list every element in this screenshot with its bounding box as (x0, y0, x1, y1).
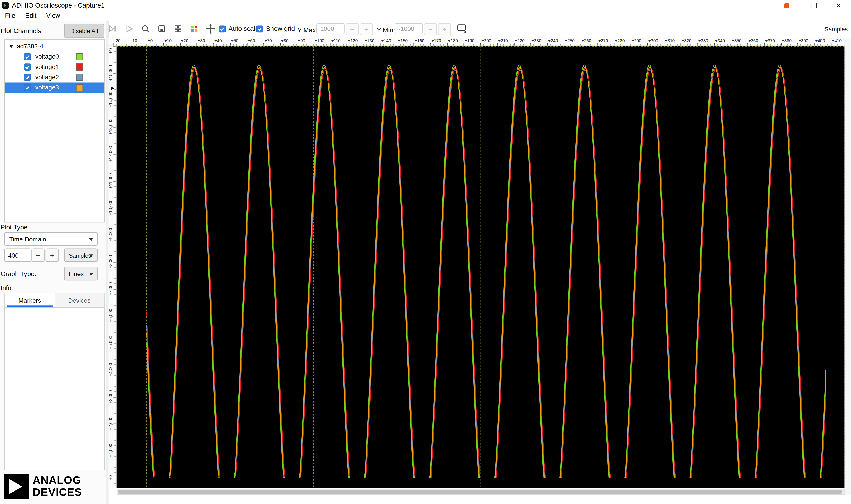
sample-count-input[interactable] (4, 248, 32, 262)
channel-row-voltage2[interactable]: voltage2 (5, 72, 104, 82)
auto-scale-checkbox-box[interactable] (219, 25, 226, 32)
play-icon[interactable] (123, 22, 136, 35)
channel-label: voltage2 (35, 74, 59, 80)
menu-file[interactable]: File (0, 12, 20, 20)
checkbox-voltage2[interactable] (24, 74, 31, 81)
y-max-increment-button[interactable]: + (360, 23, 373, 35)
checkbox-voltage0[interactable] (24, 53, 31, 60)
horizontal-scrollbar[interactable] (117, 489, 845, 494)
zoom-icon[interactable] (139, 22, 152, 35)
toolbar-iconbar (106, 22, 217, 35)
x-tick-label: +320 (682, 38, 692, 43)
horizontal-scrollbar-thumb[interactable] (118, 490, 842, 493)
x-tick-label: +260 (581, 38, 591, 43)
x-tick-label: +300 (648, 38, 658, 43)
grid-view-icon[interactable] (171, 22, 185, 35)
x-tick-label: +280 (615, 38, 625, 43)
sample-unit-value: Samples (69, 252, 91, 258)
color-swatch[interactable] (76, 84, 83, 91)
x-tick-label: +410 (832, 38, 841, 43)
auto-scale-checkbox[interactable]: Auto scale (219, 25, 259, 33)
tab-devices[interactable]: Devices (55, 293, 104, 307)
waveform-plot[interactable] (117, 46, 845, 488)
show-grid-checkbox-box[interactable] (256, 25, 263, 32)
save-icon[interactable] (155, 22, 168, 35)
expander-icon[interactable] (9, 45, 14, 48)
close-icon: × (836, 2, 841, 9)
pan-icon[interactable] (204, 22, 217, 35)
x-tick-label: +10 (164, 38, 172, 43)
x-tick (213, 43, 214, 46)
sample-unit-dropdown[interactable]: Samples (64, 248, 98, 262)
x-tick (313, 43, 314, 46)
color-swatch[interactable] (76, 74, 83, 81)
close-button[interactable]: × (826, 0, 851, 11)
y-tick (113, 127, 116, 127)
restore-button[interactable] (801, 0, 826, 11)
x-tick (364, 43, 364, 46)
show-grid-label: Show grid (266, 25, 295, 33)
device-name: ad7383-4 (17, 43, 43, 49)
x-tick (781, 43, 781, 46)
channels-icon[interactable] (188, 22, 201, 35)
x-tick-label: +350 (732, 38, 742, 43)
color-swatch[interactable] (76, 64, 83, 71)
axis-unit-label: Samples (824, 26, 848, 33)
channel-rows: voltage0voltage1voltage2voltage3 (5, 52, 104, 93)
y-max-input[interactable] (316, 23, 345, 34)
y-tick-label: +13,000 (109, 117, 113, 137)
sample-count-decrement-button[interactable]: − (31, 248, 45, 262)
y-tick (113, 262, 116, 262)
show-grid-checkbox[interactable]: Show grid (256, 25, 295, 33)
x-tick-label: +70 (264, 38, 272, 43)
y-tick-label: +7,000 (109, 279, 113, 299)
x-tick-label: +60 (248, 38, 255, 43)
channel-row-voltage1[interactable]: voltage1 (5, 62, 104, 72)
x-tick-label: +150 (398, 38, 408, 43)
plot-type-dropdown[interactable]: Time Domain (4, 232, 98, 246)
x-tick (480, 43, 481, 46)
analog-devices-wordmark: ANALOG DEVICES (33, 474, 82, 498)
x-tick-label: +30 (198, 38, 205, 43)
x-tick-label: +240 (548, 38, 558, 43)
color-swatch[interactable] (76, 53, 83, 60)
toolbar: Auto scale Show grid Y Max: − + Y Min: −… (106, 21, 851, 38)
titlebar[interactable]: ADI IIO Oscilloscope - Capture1 × (0, 0, 851, 11)
sample-count-row: − + Samples (0, 248, 106, 262)
tab-markers[interactable]: Markers (5, 293, 55, 307)
sample-count-increment-button[interactable]: + (46, 248, 59, 262)
x-tick (647, 43, 648, 46)
x-tick-label: +330 (698, 38, 708, 43)
plot-type-label: Plot Type (0, 223, 28, 231)
x-tick (347, 43, 347, 46)
x-tick (113, 43, 114, 46)
y-max-label: Y Max: (297, 26, 317, 34)
channel-row-voltage3[interactable]: voltage3 (5, 83, 104, 93)
checkbox-voltage1[interactable] (24, 64, 31, 71)
graph-type-dropdown[interactable]: Lines (64, 267, 98, 281)
channel-row-voltage0[interactable]: voltage0 (5, 52, 104, 62)
x-tick-label: +170 (431, 38, 441, 43)
x-tick-label: +120 (348, 38, 358, 43)
y-min-input[interactable] (395, 23, 423, 34)
device-tree-row[interactable]: ad7383-4 (5, 41, 104, 51)
y-tick (113, 235, 116, 235)
y-min-decrement-button[interactable]: − (424, 23, 437, 35)
channel-label: voltage1 (35, 64, 59, 70)
x-tick-label: +400 (815, 38, 825, 43)
x-tick-label: +370 (765, 38, 775, 43)
new-plot-icon[interactable] (456, 22, 469, 35)
menu-view[interactable]: View (41, 12, 65, 20)
checkbox-voltage3[interactable] (24, 84, 31, 91)
menu-edit[interactable]: Edit (20, 12, 41, 20)
x-tick-label: +50 (231, 38, 239, 43)
disable-all-button[interactable]: Disable All (64, 24, 104, 38)
y-tick-label: +5,000 (109, 333, 113, 353)
channel-tree: ad7383-4 voltage0voltage1voltage2voltage… (4, 39, 105, 222)
notification-icon[interactable] (774, 0, 799, 11)
x-tick-label: +190 (465, 38, 474, 43)
trace-voltage0 (146, 65, 826, 478)
y-min-increment-button[interactable]: + (438, 23, 451, 35)
x-tick (330, 43, 331, 46)
y-max-decrement-button[interactable]: − (346, 23, 359, 35)
